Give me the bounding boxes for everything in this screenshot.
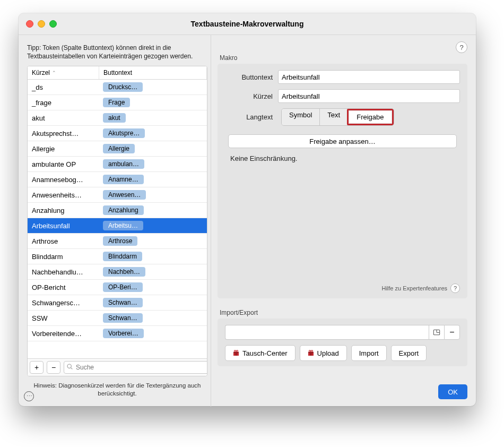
table-row[interactable]: Vorbereitende…Vorberei… [28, 326, 207, 341]
table-row[interactable]: Anamnesebog…Anamne… [28, 172, 207, 187]
minimize-window-button[interactable] [38, 20, 45, 28]
buttontext-token[interactable]: Frage [103, 98, 130, 107]
table-row[interactable]: BlinddarmBlinddarm [28, 249, 207, 264]
search-input[interactable] [64, 361, 207, 374]
buttontext-token[interactable]: Akutspre… [103, 128, 145, 138]
cell-kuerzel: SSW [28, 314, 99, 322]
svg-point-6 [234, 350, 236, 352]
cell-kuerzel: Schwangersc… [28, 299, 99, 307]
more-options-icon[interactable]: ⋯ [24, 391, 34, 401]
cell-kuerzel: _ds [28, 83, 99, 91]
table-row[interactable]: Nachbehandlu…Nachbeh… [28, 264, 207, 280]
buttontext-token[interactable]: Blinddarm [103, 252, 142, 261]
cell-kuerzel: Nachbehandlu… [28, 268, 99, 276]
buttontext-token[interactable]: Anamne… [103, 175, 144, 184]
table-row[interactable]: _dsDrucksc… [28, 80, 207, 95]
expert-help-button[interactable]: ? [450, 283, 460, 293]
buttontext-label: Buttontext [225, 73, 278, 81]
cell-kuerzel: OP-Bericht [28, 283, 99, 291]
table-row[interactable]: ambulante OPambulan… [28, 157, 207, 172]
cell-kuerzel: Akutsprechst… [28, 130, 99, 137]
table-row[interactable]: SSWSchwan… [28, 311, 207, 326]
restriction-text: Keine Einschränkung. [230, 154, 455, 162]
buttontext-token[interactable]: Schwan… [103, 298, 143, 307]
upload-label: Upload [317, 349, 339, 357]
tausch-center-button[interactable]: Tausch-Center [225, 345, 296, 361]
freigabe-adjust-button[interactable]: Freigabe anpassen… [228, 134, 457, 148]
buttontext-token[interactable]: Schwan… [103, 313, 143, 323]
table-row[interactable]: OP-BerichtOP-Beri… [28, 280, 207, 295]
table-row[interactable]: ArbeitsunfallArbeitsu… [28, 218, 207, 234]
buttontext-token[interactable]: Anwesen… [103, 190, 146, 200]
cell-kuerzel: Blinddarm [28, 253, 99, 261]
add-row-button[interactable]: + [30, 361, 44, 374]
cell-buttontext: Frage [99, 98, 207, 107]
kuerzel-label: Kürzel [225, 92, 278, 100]
cell-kuerzel: Anwesenheits… [28, 191, 99, 199]
cell-buttontext: akut [99, 113, 207, 123]
cell-buttontext: Blinddarm [99, 252, 207, 261]
cell-kuerzel: _frage [28, 99, 99, 107]
tab-freigabe[interactable]: Freigabe [349, 111, 391, 123]
import-export-section-label: Import/Export [220, 309, 467, 316]
buttontext-token[interactable]: Nachbeh… [103, 267, 145, 277]
cell-buttontext: Arthrose [99, 236, 207, 246]
window-title: Textbausteine-Makroverwaltung [19, 20, 476, 28]
makro-section-label: Makro [220, 54, 467, 62]
import-export-group: − Tausch-Center Upload Import Export [218, 319, 467, 366]
table-row[interactable]: _frageFrage [28, 95, 207, 110]
kuerzel-field[interactable] [278, 89, 460, 103]
makro-group: Buttontext Kürzel Langtext Symbol Text [218, 64, 467, 298]
table-row[interactable]: Anwesenheits…Anwesen… [28, 187, 207, 203]
cell-buttontext: Akutspre… [99, 128, 207, 138]
export-button[interactable]: Export [391, 345, 427, 361]
table-row[interactable]: akutakut [28, 110, 207, 126]
buttontext-token[interactable]: Arthrose [103, 236, 137, 246]
cell-buttontext: Nachbeh… [99, 267, 207, 277]
import-button[interactable]: Import [351, 345, 387, 361]
hint-text: Hinweis: Diagnosenkürzel werden für die … [27, 382, 207, 398]
upload-button[interactable]: Upload [300, 345, 347, 361]
buttontext-token[interactable]: OP-Beri… [103, 282, 143, 292]
table-row[interactable]: Akutsprechst…Akutspre… [28, 126, 207, 141]
buttontext-field[interactable] [278, 70, 460, 84]
choose-file-button[interactable] [429, 325, 444, 340]
buttontext-token[interactable]: Anzahlung [103, 205, 144, 215]
cell-kuerzel: ambulante OP [28, 160, 99, 168]
column-kuerzel[interactable]: Kürzel ⌃ [28, 66, 99, 79]
close-window-button[interactable] [26, 20, 33, 28]
buttontext-token[interactable]: Vorberei… [103, 329, 144, 338]
buttontext-token[interactable]: Allergie [103, 144, 135, 153]
cell-buttontext: Vorberei… [99, 329, 207, 338]
expert-features-hint: Hilfe zu Expertenfeatures ? [381, 283, 460, 293]
column-kuerzel-label: Kürzel [32, 69, 50, 76]
table-row[interactable]: AllergieAllergie [28, 141, 207, 157]
table-row[interactable]: AnzahlungAnzahlung [28, 203, 207, 218]
tab-text[interactable]: Text [320, 109, 348, 125]
cell-kuerzel: Allergie [28, 145, 99, 153]
buttontext-token[interactable]: ambulan… [103, 159, 144, 169]
help-button[interactable]: ? [456, 41, 467, 53]
cell-buttontext: Schwan… [99, 313, 207, 323]
svg-point-11 [309, 350, 310, 352]
buttontext-token[interactable]: Drucksc… [103, 82, 143, 92]
buttontext-token[interactable]: Arbeitsu… [103, 221, 143, 230]
zoom-window-button[interactable] [49, 20, 57, 28]
tab-symbol[interactable]: Symbol [282, 109, 320, 125]
cell-buttontext: ambulan… [99, 159, 207, 169]
table-row[interactable]: ArthroseArthrose [28, 234, 207, 249]
ok-button[interactable]: OK [438, 384, 467, 399]
gift-icon [308, 350, 314, 356]
buttontext-token[interactable]: akut [103, 113, 126, 123]
langtext-tabs: Symbol Text Freigabe [281, 108, 394, 126]
freigabe-highlight: Freigabe [347, 109, 393, 125]
table-body[interactable]: _dsDrucksc…_frageFrageakutakutAkutsprech… [28, 80, 207, 358]
remove-row-button[interactable]: − [47, 361, 60, 374]
cell-kuerzel: Anzahlung [28, 207, 99, 214]
traffic-lights [19, 20, 57, 28]
column-buttontext[interactable]: Buttontext [99, 66, 207, 79]
cell-kuerzel: Vorbereitende… [28, 330, 99, 338]
import-export-path-field[interactable] [225, 325, 429, 340]
table-row[interactable]: Schwangersc…Schwan… [28, 295, 207, 311]
clear-path-button[interactable]: − [444, 325, 460, 340]
